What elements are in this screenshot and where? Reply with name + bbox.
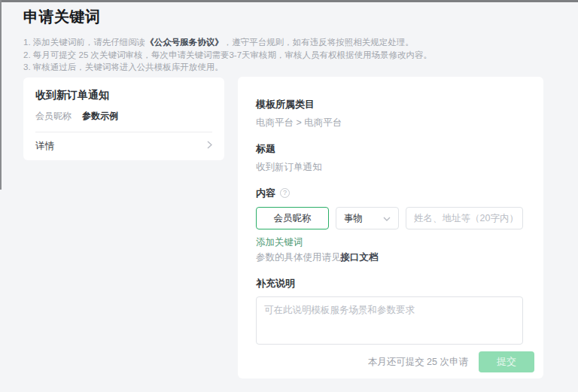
notes-section: 补充说明 — [256, 278, 523, 348]
window-left-border — [0, 0, 2, 190]
page-title: 申请关键词 — [23, 7, 550, 27]
chevron-down-icon — [383, 213, 391, 223]
add-keyword-link[interactable]: 添加关键词 — [256, 237, 303, 248]
quota-text: 本月还可提交 25 次申请 — [368, 356, 468, 369]
notice-list: 1. 添加关键词前，请先仔细阅读《公众号服务协议》，遵守平台规则，如有违反将按照… — [23, 36, 550, 74]
preview-title: 收到新订单通知 — [35, 89, 212, 101]
param-label: 会员昵称 — [35, 111, 71, 121]
notes-label: 补充说明 — [256, 278, 523, 289]
content-label: 内容 — [256, 187, 275, 199]
category-label: 模板所属类目 — [256, 99, 523, 110]
example-input[interactable] — [406, 207, 523, 229]
title-value: 收到新订单通知 — [256, 162, 523, 172]
detail-label: 详情 — [35, 141, 54, 152]
param-value: 参数示例 — [82, 111, 118, 121]
api-doc-link[interactable]: 接口文档 — [341, 252, 379, 263]
form-footer: 本月还可提交 25 次申请 提交 — [368, 351, 534, 372]
template-preview-card: 收到新订单通知 会员昵称 参数示例 详情 — [23, 77, 224, 160]
notice-1-suffix: ，遵守平台规则，如有违反将按照相关规定处理。 — [224, 38, 414, 47]
service-agreement-link[interactable]: 《公众号服务协议》 — [145, 38, 224, 47]
preview-divider — [35, 132, 212, 132]
window-top-border — [0, 0, 578, 2]
notice-line-3: 3. 审核通过后，关键词将进入公共模板库开放使用。 — [23, 61, 550, 74]
type-select-value: 事物 — [344, 212, 363, 225]
notice-line-1: 1. 添加关键词前，请先仔细阅读《公众号服务协议》，遵守平台规则，如有违反将按照… — [23, 36, 550, 49]
preview-param-row: 会员昵称 参数示例 — [35, 111, 212, 121]
content-section: 内容 ? 事物 添加关键词 参数的具体使用请见接口文档 — [256, 187, 523, 263]
help-icon[interactable]: ? — [280, 188, 290, 198]
category-value: 电商平台 > 电商平台 — [256, 117, 523, 128]
doc-hint-text: 参数的具体使用请见 — [256, 252, 341, 263]
notice-line-2: 2. 每月可提交 25 次关键词审核，每次申请关键词需要3-7天审核期，审核人员… — [23, 49, 550, 62]
submit-button[interactable]: 提交 — [479, 351, 534, 372]
type-select[interactable]: 事物 — [336, 207, 399, 229]
category-section: 模板所属类目 电商平台 > 电商平台 — [256, 99, 523, 128]
notes-textarea[interactable] — [256, 296, 523, 345]
title-label: 标题 — [256, 143, 523, 154]
keyword-application-form: 模板所属类目 电商平台 > 电商平台 标题 收到新订单通知 内容 ? 事物 添加… — [238, 77, 543, 378]
page-header: 申请关键词 1. 添加关键词前，请先仔细阅读《公众号服务协议》，遵守平台规则，如… — [23, 7, 550, 74]
content-inputs-row: 事物 — [256, 207, 523, 229]
doc-hint-row: 参数的具体使用请见接口文档 — [256, 252, 523, 263]
chevron-right-icon — [207, 141, 212, 152]
content-label-row: 内容 ? — [256, 187, 523, 199]
notice-1-text: 1. 添加关键词前，请先仔细阅读 — [23, 38, 145, 47]
title-section: 标题 收到新订单通知 — [256, 143, 523, 172]
preview-detail-row[interactable]: 详情 — [35, 141, 212, 152]
keyword-input[interactable] — [256, 207, 329, 229]
